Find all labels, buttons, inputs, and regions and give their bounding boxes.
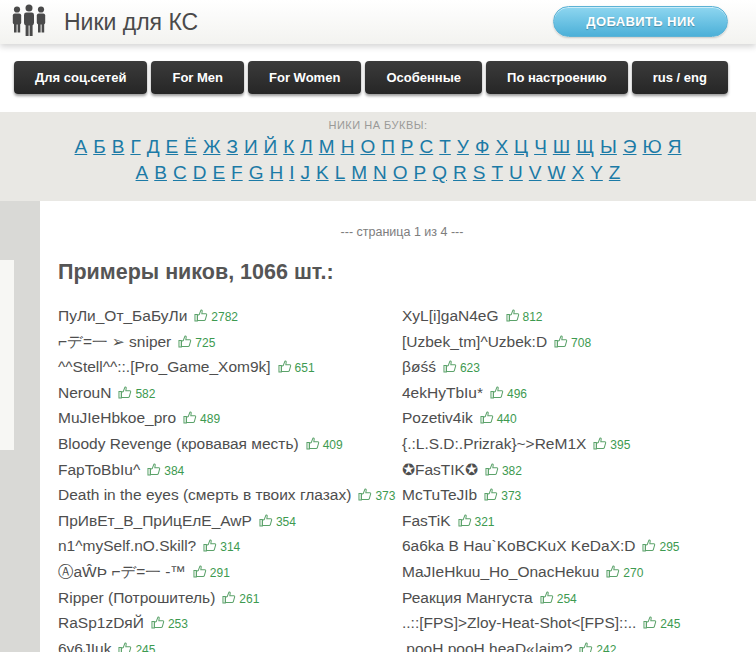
- alphabet-letter-link[interactable]: Я: [668, 136, 682, 157]
- alphabet-letter-link[interactable]: A: [136, 162, 149, 183]
- thumb-up-icon[interactable]: [572, 640, 596, 652]
- alphabet-letter-link[interactable]: Y: [590, 162, 603, 183]
- thumb-up-icon[interactable]: [451, 512, 475, 529]
- alphabet-letter-link[interactable]: V: [529, 162, 542, 183]
- nav-category-button[interactable]: For Men: [151, 61, 244, 94]
- alphabet-letter-link[interactable]: Э: [623, 136, 637, 157]
- nav-category-button[interactable]: По настроению: [486, 61, 628, 94]
- alphabet-letter-link[interactable]: Ч: [534, 136, 547, 157]
- alphabet-letter-link[interactable]: Т: [439, 136, 451, 157]
- alphabet-letter-link[interactable]: Б: [93, 136, 105, 157]
- thumb-up-icon[interactable]: [176, 409, 200, 426]
- alphabet-letter-link[interactable]: И: [244, 136, 258, 157]
- thumb-up-icon[interactable]: [478, 461, 502, 478]
- alphabet-letter-link[interactable]: Х: [495, 136, 508, 157]
- alphabet-letter-link[interactable]: L: [335, 162, 346, 183]
- nick-row: βøśś623: [402, 355, 746, 381]
- alphabet-letter-link[interactable]: Й: [264, 136, 278, 157]
- alphabet-letter-link[interactable]: Р: [401, 136, 414, 157]
- page-title: Ники для КС: [64, 9, 198, 36]
- alphabet-letter-link[interactable]: R: [453, 162, 467, 183]
- thumb-up-icon[interactable]: [299, 435, 323, 452]
- alphabet-letter-link[interactable]: M: [351, 162, 367, 183]
- alphabet-letter-link[interactable]: T: [491, 162, 503, 183]
- alphabet-letter-link[interactable]: Ш: [553, 136, 570, 157]
- alphabet-letter-link[interactable]: E: [212, 162, 225, 183]
- alphabet-letter-link[interactable]: Ё: [184, 136, 197, 157]
- thumb-up-icon[interactable]: [477, 486, 501, 503]
- alphabet-letter-link[interactable]: Ю: [643, 136, 662, 157]
- thumb-up-icon[interactable]: [599, 563, 623, 580]
- add-nick-button[interactable]: ДОБАВИТЬ НИК: [553, 6, 728, 37]
- alphabet-letter-link[interactable]: О: [360, 136, 375, 157]
- alphabet-letter-link[interactable]: I: [289, 162, 294, 183]
- alphabet-letter-link[interactable]: O: [393, 162, 408, 183]
- thumb-up-icon[interactable]: [436, 358, 460, 375]
- alphabet-letter-link[interactable]: С: [420, 136, 434, 157]
- alphabet-letter-link[interactable]: X: [571, 162, 584, 183]
- alphabet-letter-link[interactable]: У: [457, 136, 469, 157]
- nick-name: ПрИвЕт_В_ПрИцЕлЕ_AwP: [58, 512, 252, 529]
- alphabet-letter-link[interactable]: Л: [300, 136, 312, 157]
- alphabet-letter-link[interactable]: Ы: [600, 136, 617, 157]
- alphabet-letter-link[interactable]: Щ: [576, 136, 594, 157]
- thumb-up-icon[interactable]: [483, 384, 507, 401]
- alphabet-letter-link[interactable]: Z: [609, 162, 621, 183]
- thumb-up-icon[interactable]: [473, 409, 497, 426]
- thumb-up-icon[interactable]: [499, 307, 523, 324]
- alphabet-letter-link[interactable]: З: [226, 136, 237, 157]
- thumb-up-icon[interactable]: [351, 486, 375, 503]
- thumb-up-icon[interactable]: [196, 537, 220, 554]
- thumb-up-icon[interactable]: [140, 461, 164, 478]
- alphabet-letter-link[interactable]: U: [509, 162, 523, 183]
- alphabet-letter-link[interactable]: Н: [341, 136, 355, 157]
- alphabet-letter-link[interactable]: Ц: [514, 136, 528, 157]
- alphabet-letter-link[interactable]: П: [381, 136, 395, 157]
- alphabet-letter-link[interactable]: N: [373, 162, 387, 183]
- thumb-up-icon[interactable]: [111, 384, 135, 401]
- nick-row: .pooH pooH.heaD«|aim?242: [402, 637, 746, 652]
- alphabet-letter-link[interactable]: H: [269, 162, 283, 183]
- thumb-up-icon[interactable]: [547, 333, 571, 350]
- nav-category-button[interactable]: For Women: [248, 61, 361, 94]
- alphabet-letter-link[interactable]: Е: [166, 136, 179, 157]
- thumb-up-icon[interactable]: [636, 614, 660, 631]
- thumb-up-icon[interactable]: [533, 589, 557, 606]
- alphabet-letter-link[interactable]: М: [319, 136, 335, 157]
- thumb-up-icon[interactable]: [586, 435, 610, 452]
- alphabet-letter-link[interactable]: Г: [130, 136, 140, 157]
- alphabet-letter-link[interactable]: Ж: [203, 136, 221, 157]
- alphabet-letter-link[interactable]: D: [193, 162, 207, 183]
- thumb-up-icon[interactable]: [171, 333, 195, 350]
- alphabet-letter-link[interactable]: C: [173, 162, 187, 183]
- alphabet-letter-link[interactable]: Ф: [475, 136, 489, 157]
- alphabet-letter-link[interactable]: А: [75, 136, 88, 157]
- nav-category-button[interactable]: rus / eng: [632, 61, 728, 94]
- thumb-up-icon[interactable]: [144, 614, 168, 631]
- alphabet-letter-link[interactable]: Д: [147, 136, 160, 157]
- alphabet-letter-link[interactable]: К: [283, 136, 294, 157]
- alphabet-label: НИКИ НА БУКВЫ:: [0, 119, 756, 131]
- thumb-up-icon[interactable]: [635, 537, 659, 554]
- thumb-up-icon[interactable]: [187, 307, 211, 324]
- like-count: 496: [507, 387, 527, 401]
- thumb-up-icon[interactable]: [111, 640, 135, 652]
- thumb-up-icon[interactable]: [252, 512, 276, 529]
- nick-name: βøśś: [402, 358, 436, 375]
- alphabet-letter-link[interactable]: P: [414, 162, 427, 183]
- nav-category-button[interactable]: Особенные: [365, 61, 482, 94]
- thumb-up-icon[interactable]: [271, 358, 295, 375]
- alphabet-letter-link[interactable]: F: [231, 162, 243, 183]
- thumb-up-icon[interactable]: [186, 563, 210, 580]
- alphabet-letter-link[interactable]: В: [112, 136, 125, 157]
- nav-category-button[interactable]: Для соц.сетей: [14, 61, 147, 94]
- alphabet-letter-link[interactable]: B: [154, 162, 167, 183]
- alphabet-letter-link[interactable]: G: [249, 162, 264, 183]
- alphabet-letter-link[interactable]: S: [473, 162, 486, 183]
- alphabet-letter-link[interactable]: J: [300, 162, 310, 183]
- nick-name: MuJIeHbkoe_pro: [58, 409, 176, 426]
- alphabet-letter-link[interactable]: Q: [432, 162, 447, 183]
- thumb-up-icon[interactable]: [215, 589, 239, 606]
- alphabet-letter-link[interactable]: W: [548, 162, 566, 183]
- alphabet-letter-link[interactable]: K: [316, 162, 329, 183]
